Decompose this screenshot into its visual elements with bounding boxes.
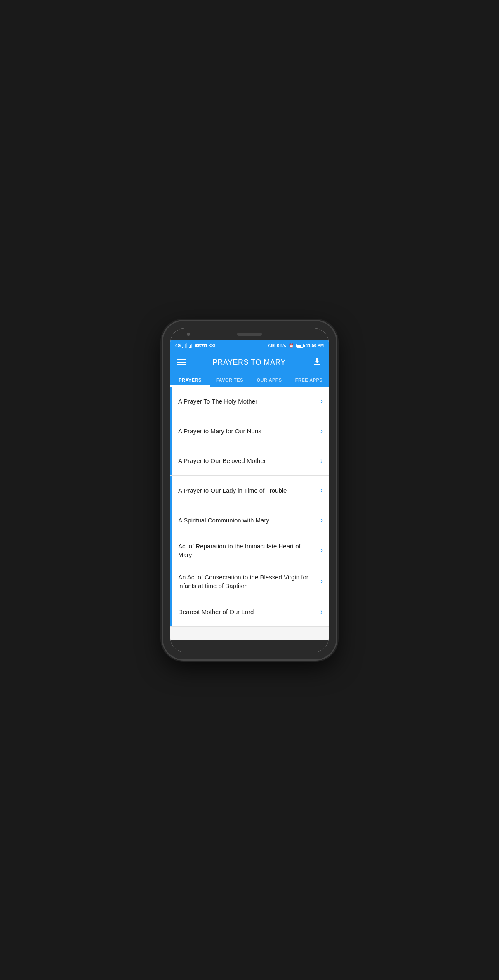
hamburger-menu-button[interactable] bbox=[177, 359, 186, 365]
chevron-right-icon: › bbox=[320, 607, 329, 616]
svg-rect-8 bbox=[314, 364, 320, 365]
list-item[interactable]: Dearest Mother of Our Lord › bbox=[170, 597, 329, 627]
svg-rect-6 bbox=[191, 344, 192, 348]
status-right: 7.86 KB/s ⏰ 11:50 PM bbox=[268, 343, 324, 348]
download-button[interactable] bbox=[312, 357, 322, 368]
list-item[interactable]: A Prayer to Our Lady in Time of Trouble … bbox=[170, 476, 329, 505]
prayer-list: A Prayer To The Holy Mother › A Prayer t… bbox=[170, 387, 329, 640]
chevron-right-icon: › bbox=[320, 427, 329, 435]
phone-bottom-bar bbox=[170, 640, 329, 652]
signal-icon bbox=[182, 343, 187, 348]
chevron-right-icon: › bbox=[320, 546, 329, 555]
tab-our-apps[interactable]: OUR APPS bbox=[250, 373, 289, 387]
list-item[interactable]: A Spiritual Communion with Mary › bbox=[170, 505, 329, 535]
list-item[interactable]: A Prayer to Our Beloved Mother › bbox=[170, 446, 329, 476]
battery-icon bbox=[296, 344, 304, 348]
list-item[interactable]: A Prayer To The Holy Mother › bbox=[170, 387, 329, 416]
hamburger-line-2 bbox=[177, 362, 186, 363]
time-display: 11:50 PM bbox=[306, 343, 324, 348]
hamburger-line-3 bbox=[177, 364, 186, 365]
chevron-right-icon: › bbox=[320, 516, 329, 524]
svg-rect-4 bbox=[189, 347, 190, 348]
camera-dot bbox=[187, 333, 190, 336]
tab-prayers[interactable]: PRAYERS bbox=[170, 373, 210, 387]
usb-icon: ⌫ bbox=[209, 343, 215, 348]
volte-badge: VOLTE bbox=[195, 344, 207, 347]
tab-bar: PRAYERS FAVORITES OUR APPS FREE APPS bbox=[170, 373, 329, 387]
chevron-right-icon: › bbox=[320, 486, 329, 495]
svg-rect-3 bbox=[186, 343, 187, 348]
hamburger-line-1 bbox=[177, 359, 186, 360]
chevron-right-icon: › bbox=[320, 397, 329, 406]
status-left: 4G VOLTE ⌫ bbox=[175, 343, 215, 348]
tab-free-apps[interactable]: FREE APPS bbox=[289, 373, 329, 387]
app-header: PRAYERS TO MARY bbox=[170, 352, 329, 373]
chevron-right-icon: › bbox=[320, 577, 329, 586]
phone-top-bar bbox=[170, 328, 329, 340]
svg-rect-7 bbox=[193, 343, 193, 348]
speaker-grille bbox=[237, 333, 262, 336]
prayer-title: Act of Reparation to the Immaculate Hear… bbox=[172, 535, 320, 566]
tab-favorites[interactable]: FAVORITES bbox=[210, 373, 250, 387]
phone-screen: 4G VOLTE ⌫ 7.86 KB/s ⏰ bbox=[170, 328, 329, 652]
chevron-right-icon: › bbox=[320, 456, 329, 465]
list-item[interactable]: A Prayer to Mary for Our Nuns › bbox=[170, 416, 329, 446]
svg-rect-5 bbox=[190, 345, 191, 348]
network-indicator: 4G bbox=[175, 343, 181, 348]
prayer-title: A Prayer to Our Beloved Mother bbox=[172, 450, 320, 472]
svg-rect-0 bbox=[182, 347, 183, 348]
prayer-title: A Spiritual Communion with Mary bbox=[172, 509, 320, 531]
data-speed: 7.86 KB/s bbox=[268, 343, 286, 348]
prayer-title: A Prayer to Mary for Our Nuns bbox=[172, 420, 320, 442]
signal2-icon bbox=[189, 343, 194, 348]
svg-rect-2 bbox=[185, 344, 186, 348]
alarm-icon: ⏰ bbox=[289, 343, 294, 348]
list-item[interactable]: An Act of Consecration to the Blessed Vi… bbox=[170, 566, 329, 597]
prayer-title: A Prayer to Our Lady in Time of Trouble bbox=[172, 479, 320, 501]
prayer-title: A Prayer To The Holy Mother bbox=[172, 390, 320, 412]
sensor-dot bbox=[309, 333, 312, 336]
app-title: PRAYERS TO MARY bbox=[212, 358, 286, 367]
prayer-title: Dearest Mother of Our Lord bbox=[172, 601, 320, 623]
svg-rect-1 bbox=[184, 345, 184, 348]
list-item[interactable]: Act of Reparation to the Immaculate Hear… bbox=[170, 535, 329, 566]
status-bar: 4G VOLTE ⌫ 7.86 KB/s ⏰ bbox=[170, 340, 329, 352]
phone-frame: 4G VOLTE ⌫ 7.86 KB/s ⏰ bbox=[163, 321, 336, 659]
prayer-title: An Act of Consecration to the Blessed Vi… bbox=[172, 566, 320, 597]
